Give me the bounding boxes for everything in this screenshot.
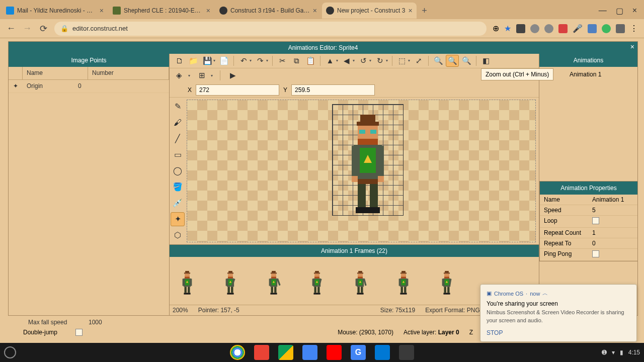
brush-icon[interactable]: 🖌 [171,116,185,130]
zoom-in-icon[interactable]: 🔍 [432,55,445,67]
youtube-app-icon[interactable] [327,345,342,360]
zoom-out-icon[interactable]: 🔍 [446,55,459,67]
property-row[interactable]: Repeat Count1 [540,228,637,238]
nimbus-icon[interactable] [558,24,568,33]
pencil-icon[interactable]: ✎ [171,100,185,114]
cut-icon[interactable]: ✂ [276,55,289,67]
extension-icon[interactable] [530,24,539,33]
resize-icon[interactable]: ⤢ [412,55,425,67]
gmail-app-icon[interactable] [254,345,269,360]
svg-rect-95 [404,293,407,294]
paste-icon[interactable]: 📄 [217,55,230,67]
animations-editor-window: Animations Editor: Sprite4 × Image Point… [8,41,638,316]
extension-icon[interactable] [588,24,597,33]
system-tray[interactable]: ➊ ▾ ▮ 4:15 [602,349,640,356]
chevron-down-icon[interactable]: ▾ [408,58,410,63]
close-icon[interactable]: × [632,6,637,16]
property-row[interactable]: Repeat To0 [540,238,637,249]
mirror-h-icon[interactable]: ▲ [324,55,337,67]
new-tab-button[interactable]: + [418,4,432,18]
minimize-icon[interactable]: — [599,6,607,16]
browser-tab[interactable]: Mail - Yildiz Nuredinoski - Outloo× [2,3,108,19]
clipboard-icon[interactable]: 📋 [304,55,317,67]
x-input[interactable] [196,84,279,96]
grammarly-icon[interactable] [602,24,611,33]
property-row[interactable]: Ping Pong [540,249,637,261]
svg-rect-96 [445,271,449,273]
rotate-cw-icon[interactable]: ↻ [373,55,386,67]
star-icon[interactable]: ★ [504,24,511,33]
undo-icon[interactable]: ↶ [237,55,250,67]
layers-icon[interactable]: ◈ [173,69,186,81]
browser-tab-active[interactable]: New project - Construct 3× [322,3,417,19]
back-button[interactable]: ← [6,24,16,34]
animation-item[interactable]: Animation 1 [566,69,635,80]
chromeos-notification[interactable]: ▣Chrome OS · now ︿ You're sharing your s… [480,284,637,342]
chevron-down-icon[interactable]: ▾ [211,73,213,78]
sprite-canvas[interactable] [187,100,536,242]
menu-icon[interactable]: ⋮ [630,24,638,33]
docs-app-icon[interactable] [302,345,317,360]
crop-icon[interactable]: ⬚ [395,55,409,67]
property-row[interactable]: Speed5 [540,205,637,216]
chevron-down-icon[interactable]: ▾ [188,73,190,78]
chevron-down-icon[interactable]: ▾ [353,58,355,63]
app-icon[interactable] [399,345,414,360]
copy-icon[interactable]: ⧉ [290,55,303,67]
y-input[interactable] [291,84,375,96]
rect-icon[interactable]: ▭ [171,148,185,162]
close-icon[interactable]: × [313,7,317,15]
toggle-bg-icon[interactable]: ◧ [479,55,493,67]
forward-button[interactable]: → [22,24,32,34]
checkbox[interactable] [75,329,83,336]
chevron-down-icon[interactable]: ▾ [250,58,252,63]
target-icon[interactable]: ⊕ [493,24,499,33]
chevron-down-icon[interactable]: ▾ [213,58,215,63]
chevron-down-icon[interactable]: ▾ [369,58,371,63]
close-icon[interactable]: × [408,7,412,15]
stop-button[interactable]: STOP [487,329,630,336]
save-icon[interactable]: 💾 [201,55,214,67]
browser-tab[interactable]: Shepherd CLE : 201940-ENGL-1× [109,3,214,19]
url-input[interactable]: 🔒 editor.construct.net [54,22,487,36]
new-icon[interactable]: 🗋 [173,55,186,67]
notification-count-icon[interactable]: ➊ [602,349,607,356]
zoom-fit-icon[interactable]: 🔍 [460,55,473,67]
maximize-icon[interactable]: ▢ [616,6,623,16]
property-row[interactable]: Loop [540,216,637,228]
close-icon[interactable]: × [206,7,210,15]
redo-icon[interactable]: ↷ [254,55,267,67]
mic-icon[interactable]: 🎤 [573,24,583,33]
launcher-icon[interactable] [4,346,16,358]
chevron-down-icon[interactable]: ▾ [386,58,388,63]
polygon-icon[interactable]: ⬡ [171,228,185,242]
play-icon[interactable]: ▶ [226,69,239,81]
google-app-icon[interactable]: G [351,345,366,360]
eyedropper-icon[interactable]: 💉 [171,196,185,210]
onedrive-app-icon[interactable] [375,345,390,360]
reload-button[interactable]: ⟳ [38,24,48,34]
open-icon[interactable]: 📁 [187,55,200,67]
extension-icon[interactable] [544,24,553,33]
rotate-ccw-icon[interactable]: ↺ [357,55,370,67]
cast-icon[interactable] [616,24,625,33]
close-icon[interactable]: × [100,7,104,15]
line-icon[interactable]: ╱ [171,132,185,146]
ellipse-icon[interactable]: ◯ [171,164,185,178]
fill-icon[interactable]: 🪣 [171,180,185,194]
chevron-down-icon[interactable]: ▾ [336,58,338,63]
grid-icon[interactable]: ⊞ [195,69,208,81]
window-controls: — ▢ × [599,6,642,16]
mirror-v-icon[interactable]: ◀ [340,55,353,67]
chrome-app-icon[interactable] [230,345,245,360]
chevron-up-icon[interactable]: ︿ [542,290,548,297]
origin-tool-icon[interactable]: ✦ [171,212,185,226]
browser-tab[interactable]: Construct 3 r194 - Build Games× [215,3,321,19]
close-icon[interactable]: × [630,43,634,51]
table-row[interactable]: ✦ Origin 0 [9,80,169,93]
chevron-down-icon[interactable]: ▾ [266,58,268,63]
drive-app-icon[interactable] [278,345,293,360]
property-row[interactable]: NameAnimation 1 [540,195,637,205]
extension-icon[interactable] [516,24,525,33]
svg-rect-80 [361,287,363,293]
